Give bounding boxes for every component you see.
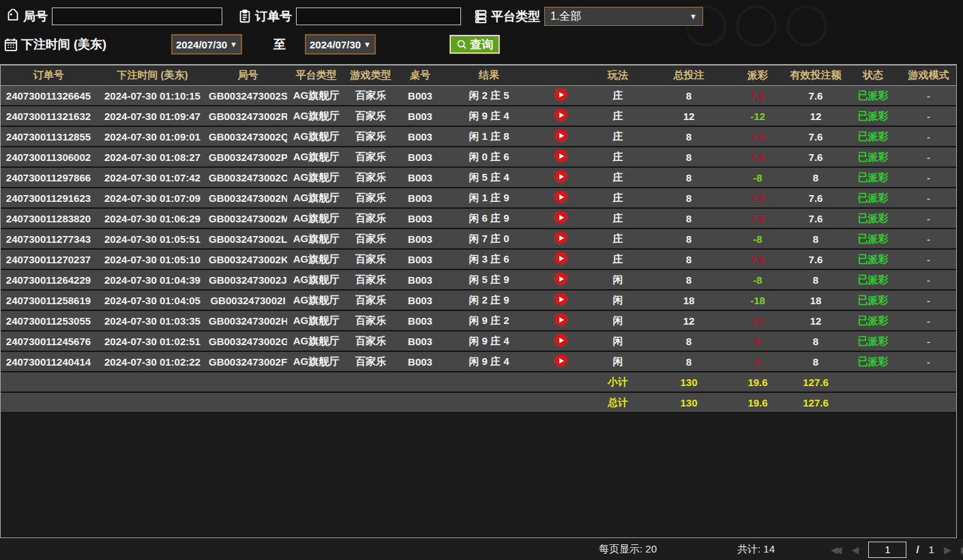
cell-order-no: 240730011297866: [1, 172, 96, 183]
cell-result: 闲 1 庄 8: [444, 130, 534, 143]
page-number-input[interactable]: [868, 542, 906, 558]
cell-total-bet: 8: [649, 233, 729, 245]
cell-order-no: 240730011258619: [1, 295, 96, 306]
play-video-icon[interactable]: [555, 109, 567, 121]
play-video-icon[interactable]: [555, 355, 567, 366]
order-no-label: 订单号: [255, 8, 292, 25]
cell-play-type: 庄: [587, 212, 649, 225]
cell-table-no: B003: [396, 172, 444, 183]
cell-platform: AG旗舰厅: [287, 274, 345, 286]
play-video-icon[interactable]: [555, 211, 567, 223]
cell-game-no: GB0032473002Q: [209, 131, 287, 143]
chevron-down-icon: ▼: [364, 40, 371, 48]
platform-select[interactable]: 1.全部 ▼: [544, 7, 703, 26]
cell-status: 已派彩: [845, 130, 901, 143]
cell-game-no: GB0032473002R: [209, 110, 287, 122]
cell-bet-time: 2024-07-30 01:09:01: [96, 131, 209, 143]
cell-table-no: B003: [396, 274, 444, 286]
order-no-input[interactable]: [296, 8, 461, 25]
search-button[interactable]: 查询: [449, 35, 500, 54]
header-status: 状态: [845, 69, 901, 82]
cell-platform: AG旗舰厅: [287, 314, 345, 327]
cell-status: 已派彩: [845, 89, 901, 102]
header-bet-time: 下注时间 (美东): [96, 69, 209, 82]
cell-game-type: 百家乐: [345, 294, 396, 307]
cell-table-no: B003: [396, 110, 444, 122]
cell-valid-bet: 7.6: [786, 131, 845, 143]
play-video-icon[interactable]: [555, 252, 567, 264]
cell-game-type: 百家乐: [345, 171, 396, 184]
play-video-icon[interactable]: [555, 191, 567, 203]
cell-total-bet: 8: [649, 356, 729, 368]
cell-bet-time: 2024-07-30 01:09:47: [96, 110, 209, 122]
cell-total-bet: 8: [649, 336, 729, 347]
table-row: 2407300113060022024-07-30 01:08:27GB0032…: [1, 147, 956, 168]
summary-label: 小计: [587, 376, 649, 389]
play-video-icon[interactable]: [555, 171, 567, 182]
cell-game-type: 百家乐: [345, 212, 396, 225]
cell-game-type: 百家乐: [345, 274, 396, 286]
table-row: 2407300113266452024-07-30 01:10:15GB0032…: [1, 86, 956, 106]
cell-platform: AG旗舰厅: [287, 171, 345, 184]
cell-table-no: B003: [396, 90, 444, 102]
cell-replay: [534, 89, 587, 102]
cell-platform: AG旗舰厅: [287, 212, 345, 225]
cell-valid-bet: 7.6: [786, 213, 845, 224]
cell-game-type: 百家乐: [345, 151, 396, 164]
cell-valid-bet: 7.6: [786, 254, 845, 265]
date-from-select[interactable]: 2024/07/30 ▼: [171, 34, 242, 55]
cell-game-mode: -: [901, 233, 956, 245]
play-video-icon[interactable]: [555, 334, 567, 346]
summary-label: 总计: [587, 396, 649, 409]
header-order-no: 订单号: [1, 69, 96, 82]
cell-total-bet: 8: [649, 192, 729, 204]
play-video-icon[interactable]: [555, 273, 567, 284]
cell-play-type: 庄: [587, 192, 649, 205]
cell-play-type: 闲: [587, 355, 649, 368]
cell-result: 闲 5 庄 9: [444, 274, 534, 286]
game-no-input[interactable]: [52, 8, 222, 25]
play-video-icon[interactable]: [555, 293, 567, 305]
cell-replay: [534, 355, 587, 368]
cell-result: 闲 9 庄 4: [444, 335, 534, 348]
prev-page-icon[interactable]: ◀: [852, 544, 859, 555]
play-video-icon[interactable]: [555, 232, 567, 244]
table-row: 2407300112838202024-07-30 01:06:29GB0032…: [1, 209, 956, 229]
summary-total-bet: 130: [649, 377, 729, 388]
play-video-icon[interactable]: [555, 89, 567, 100]
table-row: 2407300112530552024-07-30 01:03:35GB0032…: [1, 311, 956, 331]
cell-game-mode: -: [901, 254, 956, 265]
play-video-icon[interactable]: [555, 130, 567, 141]
cell-table-no: B003: [396, 192, 444, 204]
date-to-select[interactable]: 2024/07/30 ▼: [305, 34, 376, 55]
cell-bet-time: 2024-07-30 01:10:15: [96, 90, 209, 102]
first-page-icon[interactable]: ◀◀: [831, 544, 842, 555]
table-row: 2407300112456762024-07-30 01:02:51GB0032…: [1, 331, 956, 352]
cell-valid-bet: 8: [786, 172, 845, 183]
next-page-icon[interactable]: ▶: [944, 544, 951, 555]
cell-result: 闲 9 庄 4: [444, 110, 534, 123]
play-video-icon[interactable]: [555, 314, 567, 325]
cell-game-mode: -: [901, 274, 956, 286]
platform-icon: [473, 9, 488, 24]
cell-game-mode: -: [901, 213, 956, 224]
cell-total-bet: 8: [649, 254, 729, 265]
cell-payout: 12: [729, 315, 786, 327]
cell-order-no: 240730011240414: [1, 356, 96, 368]
header-payout: 派彩: [729, 69, 786, 82]
cell-game-type: 百家乐: [345, 130, 396, 143]
calendar-icon: [3, 37, 18, 52]
header-valid-bet: 有效投注额: [786, 69, 845, 82]
cell-table-no: B003: [396, 131, 444, 143]
tag-icon: [5, 9, 20, 24]
cell-result: 闲 6 庄 9: [444, 212, 534, 225]
cell-total-bet: 18: [649, 295, 729, 306]
header-game-no: 局号: [209, 69, 287, 82]
cell-play-type: 庄: [587, 171, 649, 184]
date-to-value: 2024/07/30: [310, 39, 361, 50]
cell-valid-bet: 7.6: [786, 151, 845, 163]
play-video-icon[interactable]: [555, 150, 567, 162]
chevron-down-icon: ▼: [230, 40, 237, 48]
cell-payout: 7.6: [729, 254, 786, 265]
cell-order-no: 240730011277343: [1, 233, 96, 245]
